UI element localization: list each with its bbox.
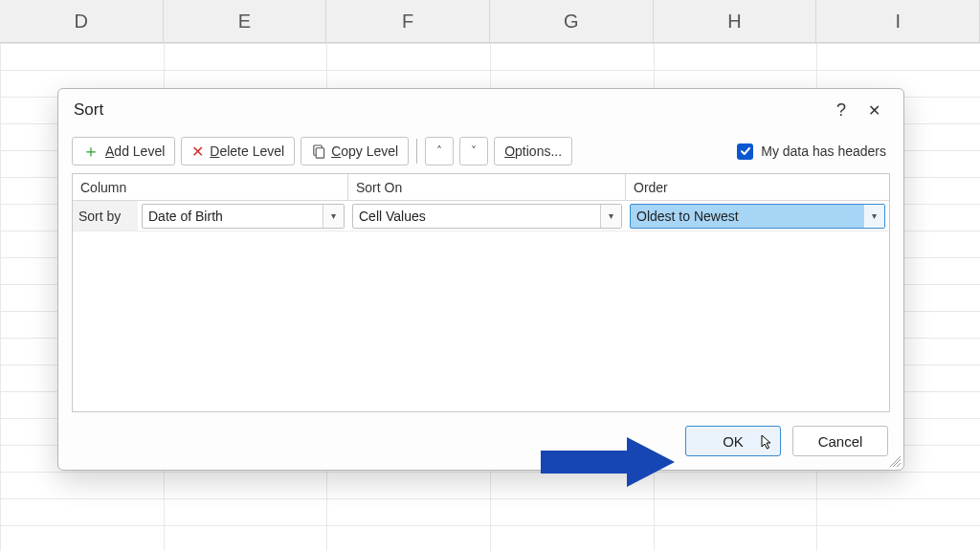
ok-label: OK xyxy=(723,433,744,450)
options-button[interactable]: Options... xyxy=(494,137,572,165)
add-level-label: Add Level xyxy=(105,143,165,159)
sort-dialog: Sort ? ✕ ＋ Add Level ✕ Delete Level Copy… xyxy=(57,88,904,471)
sort-grid-headers: Column Sort On Order xyxy=(73,174,889,201)
plus-icon: ＋ xyxy=(82,140,100,163)
options-label: Options... xyxy=(504,143,562,159)
dialog-footer: OK Cancel xyxy=(58,412,903,470)
delete-level-label: Delete Level xyxy=(210,143,284,159)
delete-level-button[interactable]: ✕ Delete Level xyxy=(181,137,295,165)
order-dropdown[interactable]: Oldest to Newest ▾ xyxy=(630,204,885,229)
order-value: Oldest to Newest xyxy=(636,209,739,224)
column-header-row: D E F G H I xyxy=(0,0,980,43)
headers-label: My data has headers xyxy=(761,143,886,159)
move-up-button[interactable]: ˄ xyxy=(425,137,454,165)
move-down-button[interactable]: ˅ xyxy=(459,137,488,165)
column-value: Date of Birth xyxy=(148,209,223,224)
chevron-down-icon: ▾ xyxy=(323,205,344,228)
column-header[interactable]: H xyxy=(654,0,817,42)
column-header[interactable]: I xyxy=(816,0,980,42)
sorton-value: Cell Values xyxy=(359,209,426,224)
headers-checkbox-wrap[interactable]: My data has headers xyxy=(737,143,890,160)
cancel-button[interactable]: Cancel xyxy=(792,426,888,456)
close-button[interactable]: ✕ xyxy=(858,94,890,126)
grid-header-order: Order xyxy=(626,174,889,200)
cursor-icon xyxy=(761,434,774,455)
sort-grid: Column Sort On Order Sort by Date of Bir… xyxy=(72,173,890,412)
chevron-down-icon: ▾ xyxy=(600,205,621,228)
svg-rect-1 xyxy=(316,147,323,157)
x-icon: ✕ xyxy=(191,143,204,161)
sort-level-row: Sort by Date of Birth ▾ Cell Values ▾ Ol… xyxy=(73,201,889,231)
column-header[interactable]: D xyxy=(0,0,164,42)
cancel-label: Cancel xyxy=(818,433,863,450)
dialog-toolbar: ＋ Add Level ✕ Delete Level Copy Level ˄ … xyxy=(58,131,903,173)
column-header[interactable]: E xyxy=(164,0,327,42)
headers-checkbox[interactable] xyxy=(737,143,753,160)
column-dropdown[interactable]: Date of Birth ▾ xyxy=(142,204,345,229)
resize-grip[interactable] xyxy=(889,455,901,467)
chevron-down-icon: ▾ xyxy=(863,205,884,228)
dialog-title: Sort xyxy=(74,100,825,120)
copy-level-button[interactable]: Copy Level xyxy=(301,137,409,165)
column-header[interactable]: F xyxy=(326,0,490,42)
grid-header-column: Column xyxy=(73,174,348,200)
sorton-dropdown[interactable]: Cell Values ▾ xyxy=(352,204,622,229)
copy-icon xyxy=(311,144,325,159)
check-icon xyxy=(740,145,751,157)
help-button[interactable]: ? xyxy=(825,94,858,126)
ok-button[interactable]: OK xyxy=(685,426,781,456)
chevron-down-icon: ˅ xyxy=(471,144,477,158)
grid-header-sorton: Sort On xyxy=(348,174,626,200)
copy-level-label: Copy Level xyxy=(331,143,398,159)
column-header[interactable]: G xyxy=(490,0,654,42)
sortby-label: Sort by xyxy=(73,201,138,231)
dialog-titlebar: Sort ? ✕ xyxy=(58,89,903,131)
chevron-up-icon: ˄ xyxy=(436,144,442,158)
toolbar-separator xyxy=(416,139,417,164)
add-level-button[interactable]: ＋ Add Level xyxy=(72,137,175,165)
